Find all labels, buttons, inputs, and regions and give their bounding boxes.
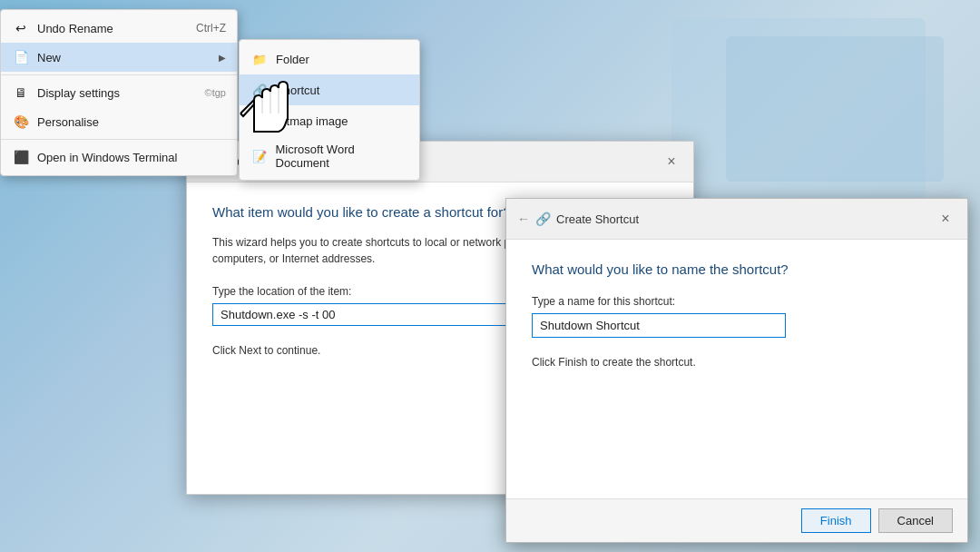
dialog-front-name-input[interactable]	[532, 313, 786, 338]
menu-item-personalise[interactable]: 🎨 Personalise	[1, 107, 237, 136]
dialog-front-body: What would you like to name the shortcut…	[506, 240, 967, 390]
dialog-front-body-title: What would you like to name the shortcut…	[532, 261, 942, 277]
menu-item-new[interactable]: 📄 New ▶	[1, 43, 237, 72]
menu-terminal-label: Open in Windows Terminal	[37, 151, 226, 164]
menu-display-label: Display settings	[37, 86, 205, 100]
terminal-icon: ⬛	[12, 148, 30, 166]
submenu-item-word[interactable]: 📝 Microsoft Word Document	[240, 136, 419, 176]
submenu-item-shortcut[interactable]: 🔗 Shortcut	[240, 74, 419, 105]
personalise-icon: 🎨	[12, 113, 30, 131]
menu-new-label: New	[37, 51, 219, 64]
menu-divider-2	[1, 139, 237, 140]
finish-button[interactable]: Finish	[801, 508, 871, 533]
context-menu: ↩ Undo Rename Ctrl+Z 📄 New ▶ 🖥 Display s…	[0, 9, 238, 176]
menu-personalise-label: Personalise	[37, 115, 226, 129]
word-icon: 📝	[250, 147, 269, 165]
new-icon: 📄	[12, 48, 30, 66]
submenu-shortcut-label: Shortcut	[276, 84, 319, 97]
submenu-word-label: Microsoft Word Document	[276, 143, 408, 170]
dialog-front-close-btn[interactable]: ×	[935, 208, 956, 230]
cancel-button[interactable]: Cancel	[878, 508, 953, 533]
dialog-front-header: ← 🔗 Create Shortcut ×	[506, 199, 967, 240]
dialog-front-title: Create Shortcut	[556, 212, 639, 226]
menu-undo-shortcut: Ctrl+Z	[196, 22, 226, 34]
dialog-create-shortcut-front: ← 🔗 Create Shortcut × What would you lik…	[505, 198, 968, 543]
menu-item-undo-rename[interactable]: ↩ Undo Rename Ctrl+Z	[1, 14, 237, 43]
dialog-front-finish-hint: Click Finish to create the shortcut.	[532, 356, 942, 369]
bg-decoration-2	[726, 36, 944, 182]
shortcut-icon: 🔗	[250, 81, 269, 99]
menu-divider-1	[1, 74, 237, 75]
folder-icon: 📁	[250, 50, 269, 68]
submenu-item-bitmap[interactable]: 🖼 Bitmap image	[240, 105, 419, 136]
dialog-front-header-icon: 🔗	[535, 212, 551, 226]
menu-item-terminal[interactable]: ⬛ Open in Windows Terminal	[1, 143, 237, 172]
display-icon: 🖥	[12, 84, 30, 102]
new-submenu-arrow: ▶	[219, 53, 226, 63]
menu-item-display-settings[interactable]: 🖥 Display settings ©tgp	[1, 78, 237, 107]
undo-icon: ↩	[12, 19, 30, 37]
bitmap-icon: 🖼	[250, 112, 269, 130]
menu-copyright: ©tgp	[205, 87, 226, 98]
submenu-new: 📁 Folder 🔗 Shortcut 🖼 Bitmap image 📝 Mic…	[239, 39, 420, 181]
submenu-item-folder[interactable]: 📁 Folder	[240, 44, 419, 74]
submenu-folder-label: Folder	[276, 53, 309, 66]
dialog-front-footer: Finish Cancel	[506, 498, 967, 542]
dialog-front-field-label: Type a name for this shortcut:	[532, 295, 942, 308]
dialog-back-close-btn[interactable]: ×	[661, 151, 682, 172]
submenu-bitmap-label: Bitmap image	[276, 114, 348, 128]
dialog-front-back-btn[interactable]: ←	[517, 212, 530, 226]
menu-undo-label: Undo Rename	[37, 22, 189, 35]
